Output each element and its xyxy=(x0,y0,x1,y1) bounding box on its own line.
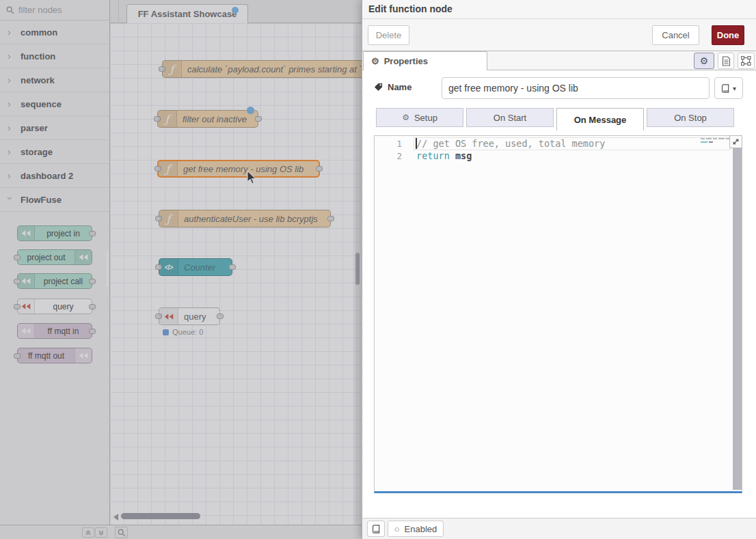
input-port xyxy=(14,353,21,359)
palette-filter-input[interactable] xyxy=(18,5,100,15)
palette-node-project-in[interactable]: project in xyxy=(17,225,92,241)
hscroll-left-arrow[interactable] xyxy=(113,514,118,521)
function-icon: ƒ xyxy=(159,210,178,227)
output-port[interactable] xyxy=(229,264,236,270)
node-counter[interactable]: </> Counter xyxy=(159,258,232,276)
tab-label: On Message xyxy=(574,115,627,125)
palette-node-project-out[interactable]: project out xyxy=(17,249,92,265)
library-dropdown-button[interactable]: ▾ xyxy=(714,77,743,99)
workspace-region: ›common ›function ›network ›sequence ›pa… xyxy=(0,0,362,539)
code-line-1: // get OS free, used, total memory xyxy=(416,138,605,149)
tag-icon xyxy=(374,83,383,92)
library-button[interactable] xyxy=(367,521,385,537)
flowfuse-logo-icon xyxy=(159,308,178,324)
palette-search[interactable] xyxy=(0,0,109,20)
code-icon: </> xyxy=(159,259,178,275)
book-icon xyxy=(721,84,730,93)
palette-category-sequence[interactable]: ›sequence xyxy=(0,92,109,116)
output-port[interactable] xyxy=(316,166,323,171)
tab-on-message[interactable]: On Message xyxy=(556,108,644,130)
document-icon xyxy=(722,56,731,66)
search-flows-button[interactable] xyxy=(115,527,128,538)
flowfuse-logo-icon xyxy=(18,226,35,240)
node-red-editor: ›common ›function ›network ›sequence ›pa… xyxy=(0,0,756,539)
vertical-scrollbar[interactable] xyxy=(355,253,360,285)
flowfuse-logo-icon xyxy=(18,324,35,338)
palette-category-dashboard2[interactable]: ›dashboard 2 xyxy=(0,164,109,188)
palette-node-ff-mqtt-out[interactable]: ff mqtt out xyxy=(17,348,92,363)
palette-category-function[interactable]: ›function xyxy=(0,44,109,68)
tab-label: On Stop xyxy=(674,113,707,123)
delete-button[interactable]: Delete xyxy=(368,25,409,45)
node-label: Counter xyxy=(184,259,215,275)
function-editor-tabs: ⚙ Setup On Start On Message On Stop xyxy=(376,108,734,130)
node-authenticate-user[interactable]: ƒ authenticateUser - use lib bcryptjs xyxy=(159,210,331,227)
node-label: get free memory - using OS lib xyxy=(183,161,303,176)
flow-tab-bar: FF Assistant Showcase xyxy=(110,0,362,23)
palette-category-common[interactable]: ›common xyxy=(0,20,109,44)
category-label: common xyxy=(21,27,57,38)
node-label: calculate `payload.count` primes startin… xyxy=(187,61,362,77)
enabled-label: Enabled xyxy=(405,524,437,534)
tab-on-start[interactable]: On Start xyxy=(466,108,554,127)
palette-scrollbar[interactable] xyxy=(106,251,109,287)
canvas-grid[interactable]: ƒ calculate `payload.count` primes start… xyxy=(110,23,362,525)
palette-node-label: project out xyxy=(18,250,75,264)
palette-node-label: project call xyxy=(35,274,92,288)
palette-category-flowfuse[interactable]: ›FlowFuse xyxy=(0,188,109,212)
tab-properties-label: Properties xyxy=(384,56,428,66)
flow-canvas[interactable]: FF Assistant Showcase ƒ calculate `paylo… xyxy=(110,0,362,525)
code-variable: msg xyxy=(450,150,472,161)
palette-expand-all-button[interactable] xyxy=(95,527,107,538)
caret-down-icon: ▾ xyxy=(733,85,736,92)
done-button[interactable]: Done xyxy=(712,25,744,45)
code-keyword: return xyxy=(416,150,450,161)
palette-category-parser[interactable]: ›parser xyxy=(0,116,109,140)
flowfuse-logo-icon xyxy=(75,348,92,363)
tab-properties[interactable]: ⚙ Properties xyxy=(363,51,487,70)
name-input[interactable] xyxy=(442,77,710,99)
palette-collapse-all-button[interactable] xyxy=(82,527,94,538)
category-label: network xyxy=(21,75,55,85)
output-port[interactable] xyxy=(217,314,224,319)
node-palette: ›common ›function ›network ›sequence ›pa… xyxy=(0,0,109,525)
palette-category-storage[interactable]: ›storage xyxy=(0,140,109,164)
palette-node-ff-mqtt-in[interactable]: ff mqtt in xyxy=(17,323,92,339)
palette-node-project-call[interactable]: project call xyxy=(17,273,92,289)
node-query[interactable]: query xyxy=(159,307,220,325)
category-label: parser xyxy=(21,123,48,133)
tray-footer: ○ Enabled xyxy=(362,518,756,539)
input-port xyxy=(14,255,21,260)
category-label: function xyxy=(21,51,55,61)
horizontal-scrollbar[interactable] xyxy=(121,513,200,519)
gear-icon: ⚙ xyxy=(700,55,709,66)
description-view-button[interactable] xyxy=(718,53,734,69)
category-label: storage xyxy=(21,147,53,157)
palette-category-network[interactable]: ›network xyxy=(0,68,109,92)
node-get-free-memory[interactable]: ƒ get free memory - using OS lib xyxy=(157,160,320,178)
node-changed-dot xyxy=(247,107,254,114)
workspace-footer xyxy=(0,525,362,539)
output-port[interactable] xyxy=(327,216,334,221)
tab-scroll-pad xyxy=(110,0,119,23)
cancel-button[interactable]: Cancel xyxy=(652,25,699,45)
mouse-cursor xyxy=(247,171,256,184)
chevron-right-icon: › xyxy=(8,146,13,157)
enabled-toggle-button[interactable]: ○ Enabled xyxy=(388,521,444,537)
node-filter-out-inactive[interactable]: ƒ filter out inactive xyxy=(157,110,258,128)
status-dot-icon xyxy=(163,329,169,335)
code-editor[interactable]: 1 2 // get OS free, used, total memory r… xyxy=(374,135,742,493)
edit-tray: Edit function node Delete Cancel Done ⚙ … xyxy=(362,0,756,539)
properties-view-button[interactable]: ⚙ xyxy=(694,53,714,69)
tab-setup[interactable]: ⚙ Setup xyxy=(376,108,463,127)
node-calculate-primes[interactable]: ƒ calculate `payload.count` primes start… xyxy=(162,60,362,78)
chevron-right-icon: › xyxy=(8,27,13,38)
tab-on-stop[interactable]: On Stop xyxy=(647,108,734,127)
palette-node-query[interactable]: query xyxy=(17,299,92,314)
flow-tab[interactable]: FF Assistant Showcase xyxy=(126,4,248,23)
editor-expand-button[interactable] xyxy=(729,135,742,148)
output-port[interactable] xyxy=(255,116,262,122)
double-chevron-down-icon xyxy=(98,529,105,536)
editor-scrollbar[interactable] xyxy=(733,136,742,490)
appearance-view-button[interactable] xyxy=(738,53,755,69)
